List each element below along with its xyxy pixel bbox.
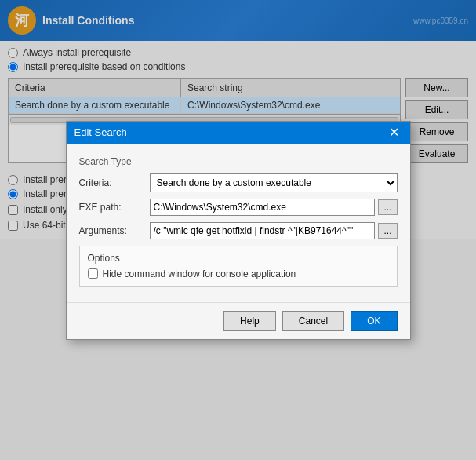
exe-browse-button[interactable]: ... [378, 199, 397, 215]
criteria-input-wrap: Search done by a custom executable [150, 173, 398, 192]
arguments-form-label: Arguments: [79, 225, 150, 236]
hide-console-row: Hide command window for console applicat… [88, 268, 389, 279]
dialog-footer: Help Cancel OK [67, 302, 410, 339]
options-title: Options [88, 253, 389, 264]
arguments-input[interactable] [150, 222, 376, 239]
edit-search-dialog: Edit Search ✕ Search Type Criteria: Sear… [66, 121, 411, 340]
help-button[interactable]: Help [223, 311, 276, 331]
cancel-button[interactable]: Cancel [282, 311, 344, 331]
modal-overlay: Edit Search ✕ Search Type Criteria: Sear… [0, 0, 476, 460]
dialog-close-button[interactable]: ✕ [386, 126, 402, 139]
dialog-titlebar: Edit Search ✕ [67, 122, 410, 144]
criteria-row: Criteria: Search done by a custom execut… [79, 173, 398, 192]
dialog-title: Edit Search [74, 126, 127, 138]
options-section: Options Hide command window for console … [79, 246, 398, 287]
ok-button[interactable]: OK [351, 311, 397, 331]
exe-path-input-wrap: ... [150, 199, 398, 216]
criteria-select[interactable]: Search done by a custom executable [150, 173, 398, 192]
exe-path-row: EXE path: ... [79, 199, 398, 216]
search-type-label: Search Type [79, 156, 398, 167]
hide-console-label: Hide command window for console applicat… [103, 268, 296, 279]
criteria-form-label: Criteria: [79, 177, 150, 188]
arguments-browse-button[interactable]: ... [378, 223, 397, 239]
arguments-row: Arguments: ... [79, 222, 398, 239]
hide-console-checkbox[interactable] [88, 268, 98, 279]
exe-path-form-label: EXE path: [79, 202, 150, 213]
arguments-input-wrap: ... [150, 222, 398, 239]
dialog-body: Search Type Criteria: Search done by a c… [67, 144, 410, 296]
exe-path-input[interactable] [150, 199, 376, 216]
